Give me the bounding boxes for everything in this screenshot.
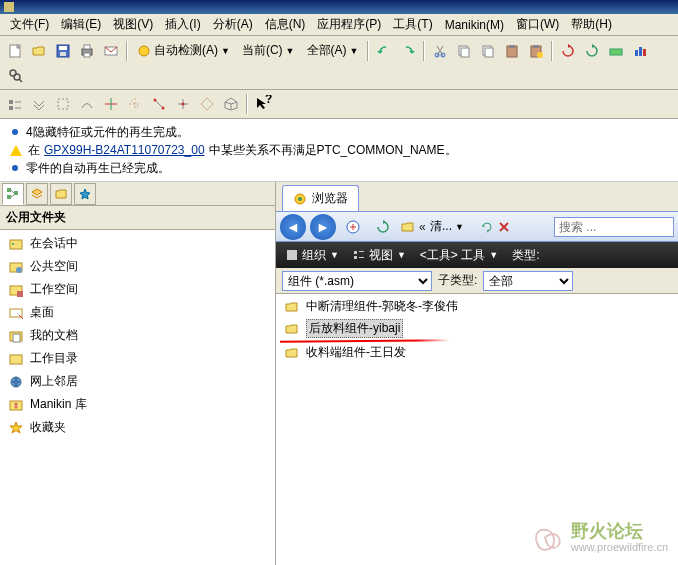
menu-tools[interactable]: 工具(T) (387, 14, 438, 35)
file-item[interactable]: 后放料组件-yibaji (278, 317, 676, 340)
svg-rect-64 (287, 250, 297, 260)
paste-icon[interactable] (501, 40, 523, 62)
auto-check-button[interactable]: 自动检测(A)▼ (132, 39, 235, 62)
svg-rect-46 (10, 240, 22, 249)
cut-icon[interactable] (429, 40, 451, 62)
tool-b-icon[interactable] (629, 40, 651, 62)
svg-rect-20 (610, 49, 622, 55)
menu-file[interactable]: 文件(F) (4, 14, 55, 35)
menu-edit[interactable]: 编辑(E) (55, 14, 107, 35)
menu-help[interactable]: 帮助(H) (565, 14, 618, 35)
display-icon-9[interactable] (196, 93, 218, 115)
all-button[interactable]: 全部(A)▼ (302, 39, 364, 62)
svg-point-9 (435, 53, 439, 57)
current-button[interactable]: 当前(C)▼ (237, 39, 300, 62)
open-icon[interactable] (28, 40, 50, 62)
folder-icon (284, 345, 300, 361)
svg-point-19 (537, 52, 543, 58)
file-item[interactable]: 收料端组件-王日发 (278, 342, 676, 363)
menu-view[interactable]: 视图(V) (107, 14, 159, 35)
address-text[interactable]: 清... (430, 218, 452, 235)
display-icon-8[interactable] (172, 93, 194, 115)
titlebar (0, 0, 678, 14)
tool-g-icon[interactable] (605, 40, 627, 62)
display-icon-7[interactable] (148, 93, 170, 115)
display-icon-4[interactable] (76, 93, 98, 115)
svg-rect-67 (359, 251, 364, 252)
print-icon[interactable] (76, 40, 98, 62)
toolbar-secondary: ? (0, 90, 678, 119)
new-icon[interactable] (4, 40, 26, 62)
paste-special-icon[interactable] (525, 40, 547, 62)
svg-rect-27 (9, 100, 13, 104)
filter-component-select[interactable]: 组件 (*.asm) (282, 271, 432, 291)
message-text: 零件的自动再生已经完成。 (26, 159, 170, 177)
folder-icon (284, 299, 300, 315)
copy2-icon[interactable] (477, 40, 499, 62)
display-icon-5[interactable] (100, 93, 122, 115)
nav-bar: ◄ ► « 清... ▼ (276, 212, 678, 242)
menu-manikin[interactable]: Manikin(M) (439, 16, 510, 34)
nav-home-icon[interactable] (340, 214, 366, 240)
regen-icon[interactable] (557, 40, 579, 62)
svg-rect-31 (58, 99, 68, 109)
folder-item-public[interactable]: 公共空间 (2, 255, 273, 278)
save-icon[interactable] (52, 40, 74, 62)
view-button[interactable]: 视图▼ (349, 245, 410, 266)
display-icon-6[interactable] (124, 93, 146, 115)
help-pointer-icon[interactable]: ? (252, 93, 274, 115)
undo-icon[interactable] (373, 40, 395, 62)
display-icon-1[interactable] (4, 93, 26, 115)
svg-line-26 (19, 79, 22, 82)
refresh-icon[interactable] (480, 220, 494, 234)
svg-point-39 (182, 103, 185, 106)
folder-item-session[interactable]: 在会话中 (2, 232, 273, 255)
folder-item-network[interactable]: 网上邻居 (2, 370, 273, 393)
folder-item-manikin[interactable]: Manikin 库 (2, 393, 273, 416)
message-link[interactable]: GPX99H-B24AT11070723_00 (44, 141, 205, 159)
regen2-icon[interactable] (581, 40, 603, 62)
redo-icon[interactable] (397, 40, 419, 62)
type-label: 类型: (508, 245, 543, 266)
folder-item-mydocs[interactable]: 我的文档 (2, 324, 273, 347)
svg-point-60 (298, 197, 302, 201)
warning-icon (10, 145, 22, 156)
svg-rect-43 (14, 191, 18, 195)
svg-point-8 (139, 46, 149, 56)
mail-icon[interactable] (100, 40, 122, 62)
tab-star-icon[interactable] (74, 183, 96, 205)
nav-back-icon[interactable]: ◄ (280, 214, 306, 240)
find-icon[interactable] (4, 64, 26, 86)
svg-rect-16 (509, 45, 515, 48)
tab-layers-icon[interactable] (26, 183, 48, 205)
folder-icon (284, 321, 300, 337)
display-icon-2[interactable] (28, 93, 50, 115)
tab-folder-icon[interactable] (50, 183, 72, 205)
filter-subtype-select[interactable]: 全部 (483, 271, 573, 291)
nav-forward-icon[interactable]: ► (310, 214, 336, 240)
folder-item-workdir[interactable]: 工作目录 (2, 347, 273, 370)
toolbar-main: 自动检测(A)▼ 当前(C)▼ 全部(A)▼ (0, 36, 678, 90)
menu-analyze[interactable]: 分析(A) (207, 14, 259, 35)
folder-item-favorites[interactable]: 收藏夹 (2, 416, 273, 439)
menu-insert[interactable]: 插入(I) (159, 14, 206, 35)
display-icon-10[interactable] (220, 93, 242, 115)
folder-item-desktop[interactable]: 桌面 (2, 301, 273, 324)
search-input[interactable] (554, 217, 674, 237)
menu-info[interactable]: 信息(N) (259, 14, 312, 35)
svg-line-45 (11, 195, 14, 197)
organize-button[interactable]: 组织▼ (282, 245, 343, 266)
nav-reload-icon[interactable] (370, 214, 396, 240)
display-icon-3[interactable] (52, 93, 74, 115)
svg-text:?: ? (265, 95, 272, 106)
menu-app[interactable]: 应用程序(P) (311, 14, 387, 35)
folder-item-workspace[interactable]: 工作空间 (2, 278, 273, 301)
copy-icon[interactable] (453, 40, 475, 62)
tools-button[interactable]: <工具> 工具▼ (416, 245, 502, 266)
file-item[interactable]: 中断清理组件-郭晓冬-李俊伟 (278, 296, 676, 317)
menu-window[interactable]: 窗口(W) (510, 14, 565, 35)
svg-rect-14 (485, 48, 493, 57)
browser-tab[interactable]: 浏览器 (282, 185, 359, 211)
tab-tree-icon[interactable] (2, 183, 24, 205)
close-icon[interactable] (497, 220, 511, 234)
